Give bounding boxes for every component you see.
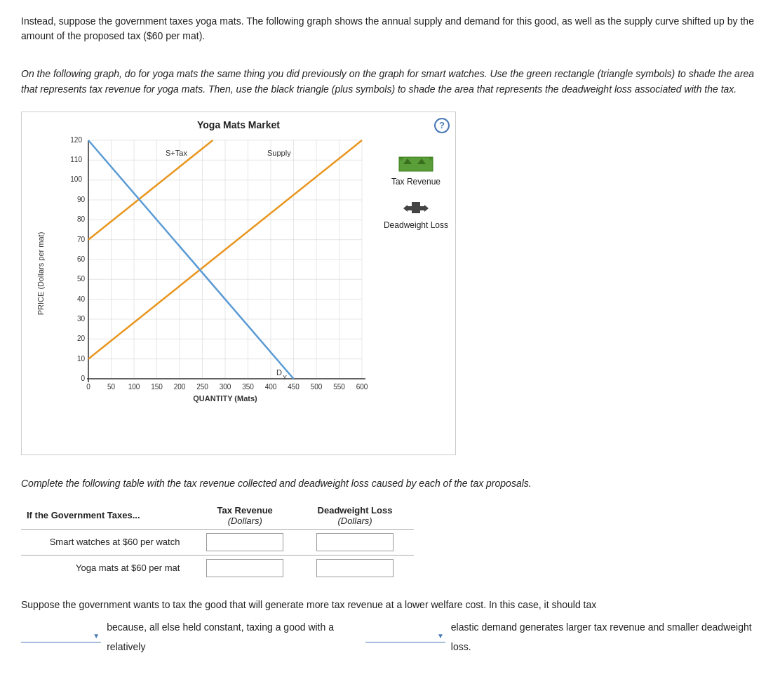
demand-label: D (276, 368, 282, 377)
svg-text:500: 500 (311, 383, 323, 391)
svg-text:350: 350 (242, 383, 254, 391)
graph-container: ? Yoga Mats Market PRICE (Dollars per ma… (21, 112, 456, 455)
stax-line (88, 140, 213, 240)
legend-area: Tax Revenue Deadweight Loss (384, 154, 448, 230)
legend-tax-revenue: Tax Revenue (384, 154, 448, 187)
svg-text:120: 120 (70, 136, 82, 144)
table-section: Complete the following table with the ta… (21, 476, 759, 581)
table-row: Yoga mats at $60 per mat (21, 555, 414, 581)
table-intro: Complete the following table with the ta… (21, 476, 759, 491)
dropdown1-select[interactable]: smart watches yoga mats (21, 631, 101, 642)
row2-label: Yoga mats at $60 per mat (21, 555, 194, 581)
svg-text:600: 600 (356, 383, 368, 391)
svg-text:0: 0 (86, 383, 90, 391)
svg-text:30: 30 (77, 315, 86, 323)
svg-marker-64 (424, 205, 429, 212)
svg-text:250: 250 (196, 383, 208, 391)
row1-label: Smart watches at $60 per watch (21, 529, 194, 555)
data-table: If the Government Taxes... Tax Revenue (… (21, 502, 414, 581)
conclusion-text3: elastic demand generates larger tax reve… (451, 617, 759, 657)
svg-text:0: 0 (81, 375, 85, 382)
svg-text:150: 150 (151, 383, 163, 391)
dropdown2-container[interactable]: more less inelastic elastic ▼ (365, 631, 445, 642)
svg-rect-62 (406, 206, 426, 210)
row1-tax-revenue-input[interactable] (206, 533, 283, 551)
row2-dwl-input[interactable] (316, 559, 394, 577)
row2-col2-cell (194, 555, 296, 581)
tax-revenue-icon (398, 154, 434, 174)
intro-paragraph1: Instead, suppose the government taxes yo… (21, 14, 759, 43)
svg-text:450: 450 (288, 383, 300, 391)
svg-text:100: 100 (128, 383, 140, 391)
help-icon[interactable]: ? (434, 118, 450, 133)
row1-col3-cell (296, 529, 414, 555)
dwl-label: Deadweight Loss (384, 220, 448, 230)
col2-header: Tax Revenue (Dollars) (194, 502, 296, 530)
supply-label: Supply (267, 149, 291, 157)
tax-revenue-label: Tax Revenue (384, 177, 448, 187)
svg-text:60: 60 (77, 255, 86, 263)
svg-text:200: 200 (174, 383, 186, 391)
y-axis-label: PRICE (Dollars per mat) (37, 231, 46, 315)
dwl-icon (398, 198, 434, 217)
svg-text:10: 10 (77, 355, 86, 363)
svg-text:80: 80 (77, 215, 86, 223)
chart-svg: 0 10 20 30 40 50 60 70 80 90 100 110 120… (60, 133, 397, 407)
graph-title: Yoga Mats Market (22, 112, 455, 130)
svg-text:50: 50 (77, 275, 86, 283)
table-row: Smart watches at $60 per watch (21, 529, 414, 555)
svg-text:50: 50 (107, 383, 116, 391)
svg-marker-63 (403, 205, 408, 212)
conclusion-text2: because, all else held constant, taxing … (107, 617, 362, 657)
svg-text:QUANTITY (Mats): QUANTITY (Mats) (193, 394, 257, 403)
svg-text:400: 400 (265, 383, 277, 391)
row2-col3-cell (296, 555, 414, 581)
col3-header: Deadweight Loss (Dollars) (296, 502, 414, 530)
row2-tax-revenue-input[interactable] (206, 559, 283, 577)
svg-text:300: 300 (220, 383, 231, 391)
svg-text:20: 20 (77, 335, 86, 342)
svg-text:90: 90 (77, 196, 86, 203)
svg-text:550: 550 (333, 383, 345, 391)
svg-text:40: 40 (77, 295, 86, 303)
intro-paragraph2: On the following graph, do for yoga mats… (21, 66, 759, 97)
svg-text:100: 100 (70, 175, 82, 183)
stax-label: S+Tax (166, 149, 187, 157)
row1-col2-cell (194, 529, 296, 555)
legend-dwl: Deadweight Loss (384, 198, 448, 230)
conclusion-text1: Suppose the government wants to tax the … (21, 599, 596, 610)
svg-text:70: 70 (77, 236, 86, 243)
row1-dwl-input[interactable] (316, 533, 394, 551)
col1-header: If the Government Taxes... (21, 502, 194, 530)
conclusion-section: Suppose the government wants to tax the … (21, 595, 759, 657)
svg-text:110: 110 (70, 156, 82, 163)
demand-subscript: Y (283, 374, 287, 381)
dropdown2-select[interactable]: more less inelastic elastic (365, 631, 445, 642)
dropdown1-container[interactable]: smart watches yoga mats ▼ (21, 631, 101, 642)
